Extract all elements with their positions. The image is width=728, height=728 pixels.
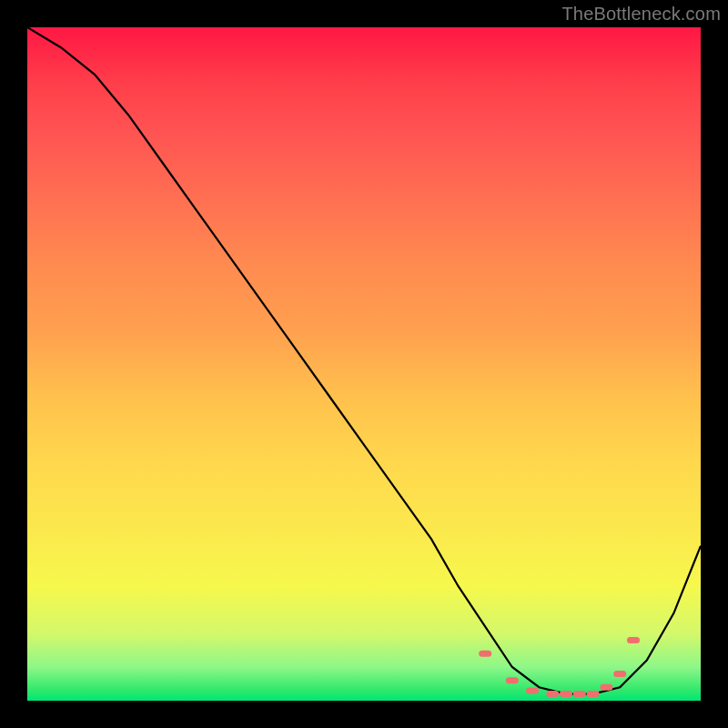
curve-layer (27, 27, 701, 701)
marker-dot (600, 684, 612, 691)
watermark-text: TheBottleneck.com (561, 4, 721, 25)
marker-dot (479, 651, 491, 657)
marker-dot (506, 677, 519, 683)
marker-dot (627, 637, 640, 643)
plot-area (27, 27, 701, 701)
marker-dot (526, 687, 539, 693)
marker-dot (546, 691, 559, 697)
chart-root: TheBottleneck.com (0, 0, 728, 728)
marker-dot (573, 691, 586, 697)
marker-dot (560, 691, 572, 697)
bottleneck-curve-line (27, 27, 701, 694)
marker-dot (587, 691, 600, 697)
marker-dot (613, 671, 626, 677)
